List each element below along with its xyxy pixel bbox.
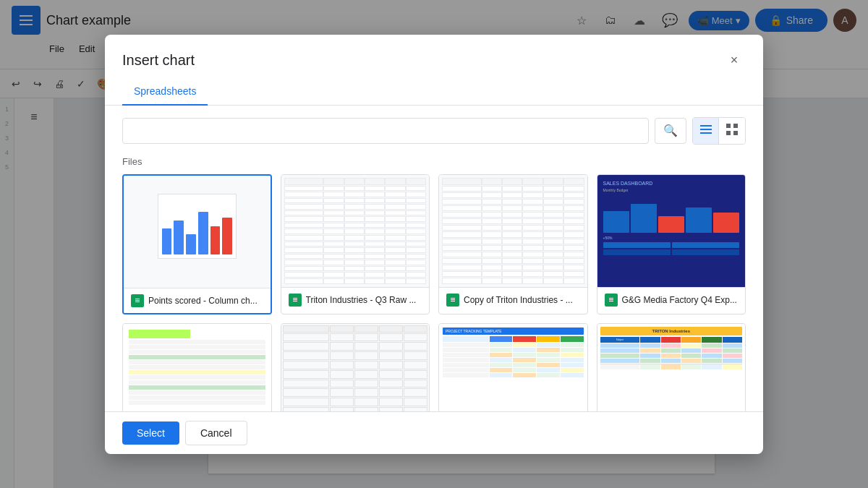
file-info-3: Copy of Triton Industries - ... xyxy=(439,287,587,312)
svg-rect-23 xyxy=(609,298,613,299)
files-grid: Points scored - Column ch... xyxy=(122,174,746,411)
file-card-2[interactable]: Triton Industries - Q3 Raw ... xyxy=(281,174,430,314)
file-card-7[interactable]: PROJECT TRACKING TEMPLATE xyxy=(438,323,588,411)
svg-rect-6 xyxy=(726,124,731,128)
file-thumbnail-2 xyxy=(281,175,430,287)
file-thumbnail-5 xyxy=(123,324,271,411)
modal-close-button[interactable]: × xyxy=(723,49,746,72)
file-card-4[interactable]: SALES DASHBOARD Monthly Budget +50% xyxy=(597,174,746,314)
svg-rect-19 xyxy=(451,298,455,299)
grid-view-button[interactable] xyxy=(719,118,745,144)
modal-footer: Select Cancel xyxy=(105,411,763,454)
modal-overlay[interactable]: Insert chart × Spreadsheets 🔍 xyxy=(0,0,868,488)
svg-rect-9 xyxy=(733,131,738,135)
list-view-button[interactable] xyxy=(693,118,719,144)
sheets-icon-4 xyxy=(605,294,618,307)
modal-title: Insert chart xyxy=(122,52,195,69)
insert-chart-modal: Insert chart × Spreadsheets 🔍 xyxy=(105,35,763,454)
file-thumbnail-1 xyxy=(124,176,271,288)
file-card-6[interactable] xyxy=(281,323,430,411)
files-section: Files xyxy=(122,156,746,411)
file-card-8[interactable]: TRITON Industries Subject xyxy=(597,323,746,411)
cancel-button[interactable]: Cancel xyxy=(185,421,247,445)
svg-rect-25 xyxy=(609,301,613,301)
files-label: Files xyxy=(122,156,746,167)
svg-rect-5 xyxy=(700,132,712,134)
file-info-2: Triton Industries - Q3 Raw ... xyxy=(281,287,430,312)
file-name-2: Triton Industries - Q3 Raw ... xyxy=(306,295,417,305)
svg-rect-20 xyxy=(451,299,455,300)
file-card-5[interactable] xyxy=(122,323,272,411)
file-thumbnail-8: TRITON Industries Subject xyxy=(597,324,746,411)
svg-rect-3 xyxy=(700,125,712,127)
svg-rect-17 xyxy=(293,301,297,301)
search-icon: 🔍 xyxy=(663,124,678,137)
select-button[interactable]: Select xyxy=(122,421,179,445)
svg-rect-4 xyxy=(700,129,712,130)
file-card-1[interactable]: Points scored - Column ch... xyxy=(122,174,272,314)
modal-tabs: Spreadsheets xyxy=(105,78,763,106)
file-name-3: Copy of Triton Industries - ... xyxy=(464,295,573,305)
modal-header: Insert chart × xyxy=(105,35,763,72)
grid-icon xyxy=(726,124,738,138)
svg-rect-15 xyxy=(293,298,297,299)
file-card-3[interactable]: Copy of Triton Industries - ... xyxy=(438,174,588,314)
search-row: 🔍 xyxy=(122,117,746,145)
file-info-1: Points scored - Column ch... xyxy=(124,288,271,313)
file-name-4: G&G Media Factory Q4 Exp... xyxy=(622,295,737,305)
file-info-4: G&G Media Factory Q4 Exp... xyxy=(597,287,746,312)
sheets-icon-3 xyxy=(446,294,459,307)
svg-rect-7 xyxy=(733,124,738,128)
tab-spreadsheets[interactable]: Spreadsheets xyxy=(122,78,208,106)
file-name-1: Points scored - Column ch... xyxy=(148,296,258,306)
view-toggle xyxy=(692,117,746,145)
file-thumbnail-4: SALES DASHBOARD Monthly Budget +50% xyxy=(597,175,746,287)
svg-rect-13 xyxy=(135,301,140,302)
svg-rect-11 xyxy=(135,299,140,299)
svg-rect-21 xyxy=(451,301,455,301)
svg-rect-24 xyxy=(609,299,613,300)
sheets-icon-1 xyxy=(131,294,144,307)
file-thumbnail-6 xyxy=(281,324,430,411)
svg-rect-12 xyxy=(135,300,140,301)
svg-rect-16 xyxy=(293,299,297,300)
sheets-icon-2 xyxy=(289,294,302,307)
search-input[interactable] xyxy=(122,118,649,144)
file-thumbnail-7: PROJECT TRACKING TEMPLATE xyxy=(439,324,587,411)
search-button[interactable]: 🔍 xyxy=(655,118,686,144)
svg-rect-8 xyxy=(726,131,731,135)
file-thumbnail-3 xyxy=(439,175,587,287)
modal-body: 🔍 xyxy=(105,106,763,411)
list-icon xyxy=(700,124,712,138)
